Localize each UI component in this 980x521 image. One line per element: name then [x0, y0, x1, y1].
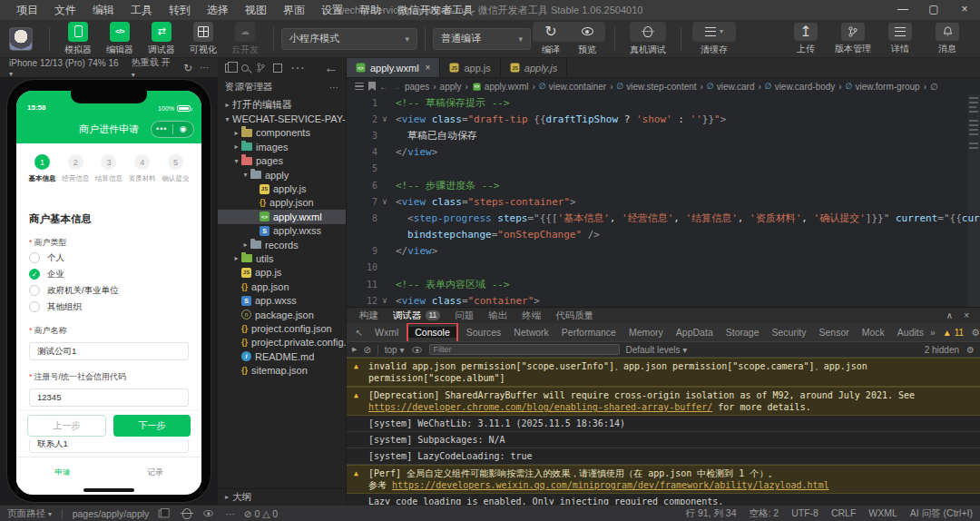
page-path-select[interactable]: 页面路径 ▾ [7, 507, 52, 520]
menu-item[interactable]: 视图 [238, 3, 274, 18]
tree-item[interactable]: Sapp.wxss [218, 293, 346, 307]
devtools-tab-network[interactable]: Network [507, 324, 555, 341]
merchant-name-input[interactable]: 测试公司1 [29, 342, 189, 360]
fold-icon[interactable]: ∨ [377, 197, 392, 206]
console-link[interactable]: https://developers.weixin.qq.com/minipro… [392, 480, 829, 490]
upload-button[interactable]: ↥ 上传 [782, 23, 829, 55]
tree-item[interactable]: ▸records [218, 238, 346, 251]
tree-item[interactable]: {}project.config.json [218, 321, 346, 335]
debugger-tab[interactable]: 构建 [352, 308, 386, 323]
settings-gear-icon[interactable]: ⚙ [966, 345, 975, 355]
tree-item[interactable]: ▸images [218, 140, 346, 153]
merchant-type-option[interactable]: ✓企业 [29, 267, 189, 281]
remote-debug-button[interactable] [630, 26, 666, 37]
outline-section[interactable]: ▸ 大纲 [218, 488, 346, 505]
messages-button[interactable]: 消息 [924, 23, 971, 55]
menu-item[interactable]: 选择 [200, 3, 236, 18]
details-button[interactable]: 详情 [877, 23, 924, 55]
breadcrumb-item[interactable]: pages [405, 82, 429, 92]
menu-item[interactable]: 转到 [162, 3, 198, 18]
refresh-icon[interactable]: ↻ [183, 62, 192, 74]
tree-item[interactable]: npackage.json [218, 308, 346, 321]
devtools-tab-mock[interactable]: Mock [856, 324, 891, 341]
more-icon[interactable]: ··· [290, 60, 305, 76]
debugger-tab[interactable]: 代码质量 [548, 308, 601, 323]
list-icon[interactable] [355, 83, 364, 90]
fold-icon[interactable]: ∨ [377, 296, 392, 305]
bookmark-icon[interactable] [368, 82, 376, 91]
console-warning[interactable]: ▲[Deprecation] SharedArrayBuffer will re… [347, 387, 980, 416]
editor-tab[interactable]: JSapply.js [501, 58, 567, 77]
reg-no-input[interactable]: 12345 [29, 388, 189, 407]
menu-item[interactable]: 工具 [123, 3, 160, 18]
tree-item[interactable]: JSapp.js [218, 266, 346, 280]
minimize-button[interactable]: — [887, 0, 918, 20]
device-select[interactable]: iPhone 12/13 (Pro) 74% 16 ▾ [9, 58, 124, 78]
merchant-type-option[interactable]: 政府机关/事业单位 [29, 283, 189, 298]
maximize-button[interactable]: ▢ [918, 0, 949, 20]
eol-setting[interactable]: CRLF [831, 507, 856, 520]
devtools-tab-sensor[interactable]: Sensor [812, 324, 855, 341]
editor-tab[interactable]: <>apply.wxml× [347, 58, 440, 77]
debugger-tab[interactable]: 终端 [514, 308, 548, 323]
breadcrumb-item[interactable]: ∅view.step-content [616, 82, 696, 92]
console-warning[interactable]: ▲invalid app.json permission["scope.user… [347, 358, 980, 387]
devtools-tab-memory[interactable]: Memory [622, 324, 670, 341]
radio-icon[interactable] [29, 301, 40, 312]
menu-item[interactable]: 编辑 [85, 3, 122, 18]
devtools-tab-appdata[interactable]: AppData [670, 324, 720, 341]
overflow-icon[interactable]: » [930, 327, 936, 338]
radio-icon[interactable] [29, 252, 40, 263]
ai-assistant[interactable]: AI 问答 (Ctrl+I) [910, 507, 973, 520]
vconsole-icon[interactable] [182, 508, 191, 519]
search-icon[interactable] [241, 64, 249, 72]
fold-icon[interactable]: ∨ [377, 114, 392, 123]
visualize-button[interactable]: 可视化 [182, 22, 224, 56]
version-control-button[interactable]: 版本管理 [829, 23, 877, 55]
close-icon[interactable]: × [426, 63, 431, 73]
debugger-tab[interactable]: 调试器11 [386, 308, 447, 323]
devtools-tab-storage[interactable]: Storage [720, 324, 766, 341]
more-icon[interactable]: ••• [152, 122, 172, 137]
tree-item[interactable]: <>apply.wxml [218, 210, 346, 223]
phone-tab-active[interactable]: 申请 [16, 457, 109, 487]
exit-icon[interactable]: ◉ [173, 122, 194, 137]
code-editor[interactable]: 1<!-- 草稿保存提示 -->2∨<view class="draft-tip… [347, 94, 980, 307]
context-select[interactable]: top ▾ [385, 345, 405, 355]
compile-button[interactable]: ↻ [533, 23, 569, 40]
menu-item[interactable]: 界面 [276, 3, 312, 18]
console-log-row[interactable]: [system] Subpackages: N/A [347, 432, 980, 448]
breadcrumb-item[interactable]: ∅view.container [539, 82, 606, 92]
live-expression-icon[interactable] [412, 346, 421, 352]
tree-item[interactable]: iREADME.md [218, 349, 346, 363]
close-button[interactable]: × [949, 0, 980, 20]
tree-item[interactable]: ▸打开的编辑器 [218, 98, 346, 112]
collapse-sidebar-icon[interactable]: ← [324, 60, 338, 76]
minimap[interactable] [967, 94, 980, 307]
language-mode[interactable]: WXML [868, 507, 897, 520]
console-log-row[interactable]: [system] WeChatLib: 3.11.1 (2025.11.5 18… [347, 416, 980, 432]
tree-item[interactable]: ▸components [218, 126, 346, 140]
breadcrumb-item[interactable]: <>apply.wxml [472, 82, 529, 92]
console-link[interactable]: https://developer.chrome.com/blog/enabli… [368, 402, 712, 412]
devtools-tab-wxml[interactable]: Wxml [368, 324, 405, 341]
new-file-icon[interactable] [225, 64, 233, 73]
radio-checked-icon[interactable]: ✓ [29, 269, 40, 280]
merchant-type-option[interactable]: 其他组织 [29, 300, 189, 314]
tree-item[interactable]: {}sitemap.json [218, 363, 346, 377]
step-item[interactable]: 1基本信息 [25, 154, 59, 198]
branch-icon[interactable] [257, 60, 265, 76]
more-icon[interactable]: ··· [200, 63, 209, 73]
back-icon[interactable]: ← [379, 82, 388, 92]
step-item[interactable]: 3结算信息 [93, 154, 126, 198]
eye-icon[interactable] [204, 510, 213, 516]
tree-item[interactable]: ▾apply [218, 168, 346, 182]
tree-item[interactable]: ▾pages [218, 154, 346, 168]
tree-item[interactable]: {}project.private.config... [218, 336, 346, 349]
debugger-button[interactable]: ⇄ 调试器 [141, 22, 182, 56]
close-panel-icon[interactable]: × [964, 310, 969, 320]
mode-select[interactable]: 小程序模式 ▾ [281, 28, 417, 50]
tree-item[interactable]: {}apply.json [218, 196, 346, 210]
devtools-tab-security[interactable]: Security [766, 324, 813, 341]
menu-item[interactable]: 设置 [314, 3, 350, 18]
